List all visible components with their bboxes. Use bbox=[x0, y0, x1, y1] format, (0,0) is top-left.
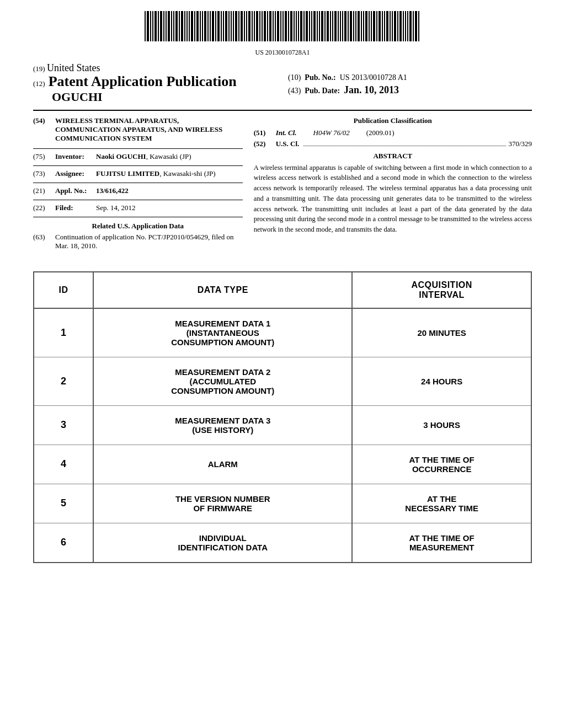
svg-rect-66 bbox=[317, 11, 318, 41]
field-75: (75) Inventor: Naoki OGUCHI, Kawasaki (J… bbox=[33, 152, 243, 161]
data-table: ID DATA TYPE ACQUISITIONINTERVAL 1 MEASU… bbox=[33, 271, 532, 563]
continuation-value: Continuation of application No. PCT/JP20… bbox=[55, 233, 243, 250]
divider-after-73 bbox=[33, 183, 243, 183]
svg-rect-104 bbox=[415, 11, 417, 41]
svg-rect-89 bbox=[376, 11, 377, 41]
svg-rect-46 bbox=[264, 11, 266, 41]
table-section: ID DATA TYPE ACQUISITIONINTERVAL 1 MEASU… bbox=[33, 271, 532, 563]
col-header-id: ID bbox=[34, 272, 93, 308]
svg-rect-49 bbox=[273, 11, 274, 41]
field-22: (22) Filed: Sep. 14, 2012 bbox=[33, 204, 243, 212]
svg-rect-5 bbox=[158, 11, 159, 41]
svg-rect-8 bbox=[166, 11, 167, 41]
svg-rect-68 bbox=[321, 11, 323, 41]
assignee-value: FUJITSU LIMITED, Kawasaki-shi (JP) bbox=[96, 169, 243, 178]
svg-rect-58 bbox=[296, 11, 297, 41]
field-57: ABSTRACT A wireless terminal apparatus i… bbox=[254, 152, 532, 235]
svg-rect-21 bbox=[200, 11, 201, 41]
inventor-value: Naoki OGUCHI, Kawasaki (JP) bbox=[96, 152, 243, 161]
svg-rect-88 bbox=[373, 11, 375, 41]
field-51: (51) Int. Cl. H04W 76/02 (2009.01) bbox=[254, 129, 532, 137]
svg-rect-34 bbox=[233, 11, 234, 41]
svg-rect-44 bbox=[259, 11, 260, 41]
svg-rect-20 bbox=[196, 11, 199, 41]
svg-rect-83 bbox=[361, 11, 362, 41]
class-date: (2009.01) bbox=[366, 129, 395, 137]
row-4-id: 4 bbox=[34, 445, 93, 484]
patent-number: US 20130010728A1 bbox=[33, 49, 532, 57]
svg-rect-92 bbox=[384, 11, 385, 41]
svg-rect-9 bbox=[168, 11, 170, 41]
svg-rect-80 bbox=[353, 11, 354, 41]
us-cl-value: 370/329 bbox=[508, 140, 532, 148]
table-row: 5 THE VERSION NUMBEROF FIRMWARE AT THENE… bbox=[34, 484, 531, 523]
class-code: H04W 76/02 bbox=[313, 129, 350, 137]
pub-date-line: (43) Pub. Date: Jan. 10, 2013 bbox=[288, 84, 532, 96]
patent-header: (19) United States (12) Patent Applicati… bbox=[33, 62, 532, 104]
divider-after-21 bbox=[33, 200, 243, 200]
table-row: 2 MEASUREMENT DATA 2(ACCUMULATEDCONSUMPT… bbox=[34, 357, 531, 405]
divider-after-54 bbox=[33, 148, 243, 149]
appl-no-value: 13/616,422 bbox=[96, 186, 243, 195]
row-5-acquisition: AT THENECESSARY TIME bbox=[352, 484, 531, 523]
row-1-acquisition: 20 MINUTES bbox=[352, 308, 531, 357]
table-row: 6 INDIVIDUALIDENTIFICATION DATA AT THE T… bbox=[34, 523, 531, 563]
row-5-data-type: THE VERSION NUMBEROF FIRMWARE bbox=[93, 484, 352, 523]
row-6-acquisition: AT THE TIME OFMEASUREMENT bbox=[352, 523, 531, 563]
svg-rect-22 bbox=[202, 11, 203, 41]
svg-rect-81 bbox=[355, 11, 356, 41]
field-21: (21) Appl. No.: 13/616,422 bbox=[33, 186, 243, 195]
svg-rect-39 bbox=[246, 11, 247, 41]
svg-rect-10 bbox=[171, 11, 172, 41]
field-52: (52) U.S. Cl. 370/329 bbox=[254, 140, 532, 148]
svg-rect-36 bbox=[238, 11, 239, 41]
svg-rect-42 bbox=[254, 11, 255, 41]
row-4-acquisition: AT THE TIME OFOCCURRENCE bbox=[352, 445, 531, 484]
svg-rect-47 bbox=[267, 11, 268, 41]
svg-rect-24 bbox=[207, 11, 209, 41]
field-54-text: WIRELESS TERMINAL APPARATUS, COMMUNICATI… bbox=[55, 116, 243, 143]
svg-rect-15 bbox=[184, 11, 185, 41]
col-header-data-type: DATA TYPE bbox=[93, 272, 352, 308]
svg-rect-16 bbox=[186, 11, 188, 41]
svg-rect-75 bbox=[340, 11, 341, 41]
svg-rect-14 bbox=[181, 11, 183, 41]
svg-rect-33 bbox=[231, 11, 232, 41]
svg-rect-62 bbox=[306, 11, 308, 41]
row-3-data-type: MEASUREMENT DATA 3(USE HISTORY) bbox=[93, 405, 352, 445]
svg-rect-63 bbox=[309, 11, 310, 41]
svg-rect-48 bbox=[269, 11, 271, 41]
svg-rect-53 bbox=[282, 11, 284, 41]
svg-rect-28 bbox=[217, 11, 220, 41]
svg-rect-59 bbox=[298, 11, 299, 41]
row-6-data-type: INDIVIDUALIDENTIFICATION DATA bbox=[93, 523, 352, 563]
svg-rect-69 bbox=[324, 11, 326, 41]
svg-rect-30 bbox=[223, 11, 224, 41]
label-19: (19) United States bbox=[33, 62, 277, 74]
row-2-id: 2 bbox=[34, 357, 93, 405]
svg-rect-100 bbox=[405, 11, 406, 41]
svg-rect-85 bbox=[365, 11, 367, 41]
row-2-acquisition: 24 HOURS bbox=[352, 357, 531, 405]
svg-rect-79 bbox=[350, 11, 352, 41]
svg-rect-41 bbox=[252, 11, 253, 41]
left-column: (54) WIRELESS TERMINAL APPARATUS, COMMUN… bbox=[33, 116, 243, 255]
svg-rect-98 bbox=[399, 11, 402, 41]
svg-rect-4 bbox=[154, 11, 157, 41]
svg-rect-0 bbox=[145, 11, 146, 41]
pub-class-header: Publication Classification bbox=[254, 116, 532, 125]
svg-rect-64 bbox=[311, 11, 312, 41]
field-73: (73) Assignee: FUJITSU LIMITED, Kawasaki… bbox=[33, 169, 243, 178]
svg-rect-12 bbox=[175, 11, 178, 41]
svg-rect-43 bbox=[256, 11, 258, 41]
row-3-id: 3 bbox=[34, 405, 93, 445]
svg-rect-6 bbox=[160, 11, 162, 41]
divider-after-75 bbox=[33, 165, 243, 166]
svg-rect-26 bbox=[212, 11, 214, 41]
svg-rect-91 bbox=[382, 11, 383, 41]
svg-rect-57 bbox=[294, 11, 295, 41]
svg-rect-23 bbox=[204, 11, 206, 41]
row-1-data-type: MEASUREMENT DATA 1(INSTANTANEOUSCONSUMPT… bbox=[93, 308, 352, 357]
field-63: (63) Continuation of application No. PCT… bbox=[33, 233, 243, 250]
header-divider bbox=[33, 110, 532, 111]
